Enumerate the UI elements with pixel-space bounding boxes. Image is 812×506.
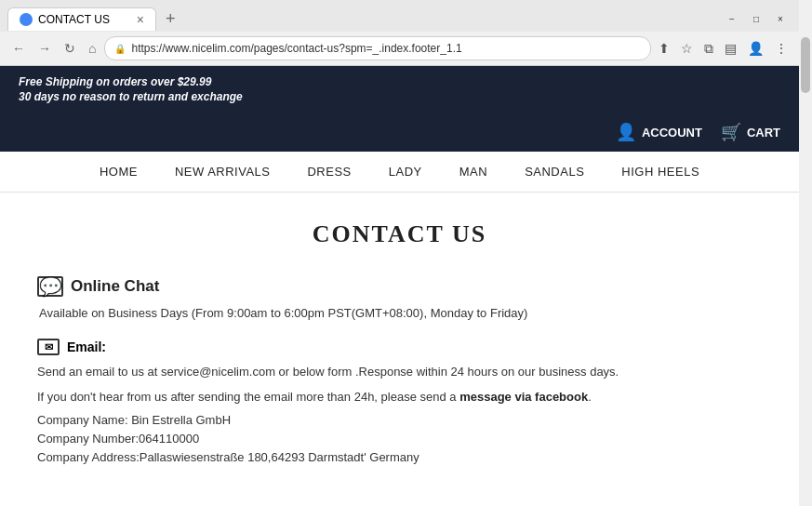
account-icon: 👤 [616,122,636,142]
share-button[interactable]: ⬆ [655,39,673,59]
active-tab[interactable]: CONTACT US × [7,7,156,31]
online-chat-heading: Online Chat [71,277,159,296]
nav-sandals[interactable]: SANDALS [525,165,584,179]
company-address: Company Address:Pallaswiesenstraße 180,6… [37,450,762,464]
tab-close-button[interactable]: × [137,12,144,27]
tab-title: CONTACT US [38,13,110,26]
email-section: ✉ Email: Send an email to us at service@… [37,339,762,464]
scrollbar[interactable] [799,0,812,506]
window-close-button[interactable]: × [769,11,792,26]
address-text: https://www.nicelim.com/pages/contact-us… [131,42,641,55]
nav-right-icons: ⬆ ☆ ⧉ ▤ 👤 ⋮ [655,39,792,59]
account-button[interactable]: 👤 ACCOUNT [616,122,702,142]
email-info-line2: If you don't hear from us after sending … [37,388,762,407]
cart-icon: 🛒 [721,122,741,142]
online-chat-section: 💬 Online Chat [37,276,762,297]
nav-man[interactable]: MAN [459,165,487,179]
home-button[interactable]: ⌂ [84,39,100,58]
page-title: CONTACT US [37,220,762,248]
return-notice: 30 days no reason to return and exchange [19,90,780,103]
cart-button[interactable]: 🛒 CART [721,122,780,142]
tab-favicon [20,13,33,26]
nav-lady[interactable]: LADY [389,165,422,179]
account-label: ACCOUNT [642,126,702,140]
email-label: Email: [67,340,106,354]
email-line2-prefix: If you don't hear from us after sending … [37,390,459,404]
email-label-container: ✉ Email: [37,339,762,355]
menu-button[interactable]: ⋮ [771,39,792,59]
nav-dress[interactable]: DRESS [307,165,351,179]
company-number: Company Number:064110000 [37,432,762,446]
facebook-link[interactable]: message via facebook [459,390,588,404]
extensions-button[interactable]: ⧉ [700,39,717,59]
site-header-main: 👤 ACCOUNT 🛒 CART [0,113,799,152]
email-line2-suffix: . [588,390,592,404]
nav-new-arrivals[interactable]: NEW ARRIVALS [175,165,271,179]
email-icon: ✉ [37,339,60,355]
company-name: Company Name: Bin Estrella GmbH [37,413,762,427]
shipping-notice: Free Shipping on orders over $29.99 [19,75,780,88]
availability-text: Available on Business Days (From 9:00am … [39,306,762,320]
site-navigation: HOME NEW ARRIVALS DRESS LADY MAN SANDALS… [0,152,799,193]
tab-bar: CONTACT US × + − □ × [0,0,799,32]
maximize-button[interactable]: □ [745,11,767,26]
new-tab-button[interactable]: + [160,9,181,29]
minimize-button[interactable]: − [721,11,743,26]
chat-icon: 💬 [37,276,63,297]
page-content: CONTACT US 💬 Online Chat Available on Bu… [0,193,799,497]
email-info-line1: Send an email to us at service@nicelim.c… [37,363,762,382]
lock-icon: 🔒 [114,44,126,54]
address-bar[interactable]: 🔒 https://www.nicelim.com/pages/contact-… [104,36,651,60]
site-header-top: Free Shipping on orders over $29.99 30 d… [0,66,799,113]
back-button[interactable]: ← [7,39,30,58]
scroll-thumb[interactable] [801,37,810,93]
nav-high-heels[interactable]: HIGH HEELS [621,165,699,179]
reload-button[interactable]: ↻ [60,39,80,58]
sidebar-button[interactable]: ▤ [721,39,740,59]
forward-button[interactable]: → [33,39,56,58]
profile-button[interactable]: 👤 [744,39,767,59]
bookmark-button[interactable]: ☆ [677,39,697,59]
nav-home[interactable]: HOME [100,165,138,179]
window-controls: − □ × [721,11,792,26]
cart-label: CART [747,126,780,140]
navigation-bar: ← → ↻ ⌂ 🔒 https://www.nicelim.com/pages/… [0,32,799,65]
